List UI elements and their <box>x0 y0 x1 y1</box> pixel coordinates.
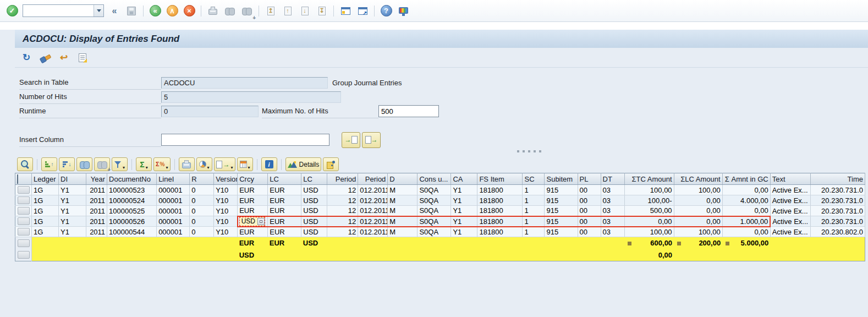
cell-lc[interactable]: EUR <box>268 216 301 227</box>
cell-di[interactable]: Y1 <box>59 195 86 206</box>
cell-subitem[interactable]: 915 <box>545 185 578 195</box>
cell-period2[interactable]: 012.2011 <box>358 195 388 206</box>
cell-text[interactable]: Active Ex... <box>770 185 810 195</box>
cell-dt[interactable]: 03 <box>601 195 624 206</box>
row-select-button[interactable] <box>18 239 30 247</box>
cell-lc[interactable]: EUR <box>268 195 301 206</box>
col-header-time[interactable]: Time <box>810 173 865 185</box>
col-header-period2[interactable]: Period <box>358 173 388 185</box>
cell-lc_amount[interactable]: 0,00 <box>674 195 722 206</box>
cell-dt[interactable]: 03 <box>601 216 624 227</box>
sum-icon[interactable] <box>628 242 631 245</box>
previous-page-button[interactable]: ↑ <box>280 3 295 19</box>
cell-ledger[interactable]: 1G <box>32 206 59 216</box>
col-header-lc2[interactable]: LC <box>301 173 327 185</box>
cell-crcy[interactable]: EUR <box>238 185 268 195</box>
cell-d[interactable]: M <box>388 227 417 237</box>
cell-sc[interactable]: 1 <box>523 227 545 237</box>
col-header-lc[interactable]: LC <box>268 173 301 185</box>
row-select-button[interactable] <box>18 217 30 225</box>
cell-lc2[interactable]: USD <box>301 185 327 195</box>
cell-text[interactable]: Active Ex... <box>770 227 810 237</box>
col-header-d[interactable]: D <box>388 173 417 185</box>
cell-year[interactable]: 2011 <box>86 227 107 237</box>
find-in-list-button[interactable] <box>76 157 92 171</box>
cell-lc_amount[interactable]: 100,00 <box>674 185 722 195</box>
cell-crcy[interactable]: EUR <box>238 227 268 237</box>
insert-column-before-button[interactable]: → <box>342 132 360 148</box>
cell-period[interactable]: 12 <box>327 195 358 206</box>
cell-lc[interactable]: EUR <box>268 185 301 195</box>
cell-subitem[interactable]: 915 <box>545 206 578 216</box>
cell-lc[interactable]: EUR <box>268 206 301 216</box>
cell-sc[interactable]: 1 <box>523 206 545 216</box>
cell-ledger[interactable]: 1G <box>32 195 59 206</box>
cell-d[interactable]: M <box>388 185 417 195</box>
cell-version[interactable]: Y10 <box>214 206 238 216</box>
cell-fsitem[interactable]: 181800 <box>477 216 523 227</box>
cell-period[interactable]: 12 <box>327 185 358 195</box>
graphic-button[interactable] <box>323 157 339 171</box>
col-header-text[interactable]: Text <box>770 173 810 185</box>
display-list-button[interactable] <box>75 51 90 65</box>
save-button[interactable] <box>124 3 139 19</box>
cell-version[interactable]: Y10 <box>214 195 238 206</box>
print-button[interactable] <box>205 3 221 19</box>
cell-crcy[interactable]: USD <box>238 216 268 227</box>
cell-tc_amount[interactable]: 0,00 <box>624 216 674 227</box>
cell-linei[interactable]: 000001 <box>157 185 190 195</box>
command-field[interactable] <box>23 4 104 17</box>
cell-pl[interactable]: 00 <box>578 227 601 237</box>
find-next-in-list-button[interactable]: + <box>94 157 110 171</box>
col-header-consu[interactable]: Cons u... <box>417 173 451 185</box>
col-header-year[interactable]: Year <box>86 173 107 185</box>
cell-ca[interactable]: Y1 <box>451 185 477 195</box>
col-header-pl[interactable]: PL <box>578 173 601 185</box>
cell-sc[interactable]: 1 <box>523 195 545 206</box>
cell-time[interactable]: 20.230.802.0 <box>810 227 865 237</box>
find-button[interactable] <box>222 3 238 19</box>
cell-period[interactable]: 12 <box>327 227 358 237</box>
cell-ca[interactable]: Y1 <box>451 227 477 237</box>
cell-lc[interactable]: EUR <box>268 227 301 237</box>
col-header-documentno[interactable]: DocumentNo <box>107 173 157 185</box>
col-header-version[interactable]: Version <box>214 173 238 185</box>
cell-fsitem[interactable]: 181800 <box>477 185 523 195</box>
cell-text[interactable]: Active Ex... <box>770 195 810 206</box>
cell-period[interactable]: 12 <box>327 216 358 227</box>
cell-consu[interactable]: S0QA <box>417 216 451 227</box>
cell-sel[interactable] <box>15 216 32 227</box>
cell-tc_amount[interactable]: 100,00 <box>624 185 674 195</box>
cell-subitem[interactable]: 915 <box>545 227 578 237</box>
cell-pl[interactable]: 00 <box>578 206 601 216</box>
sum-button[interactable]: Σ▾ <box>136 157 152 171</box>
cell-lc_amount[interactable]: 100,00 <box>674 227 722 237</box>
col-header-sc[interactable]: SC <box>523 173 545 185</box>
cell-amnt_gc[interactable]: 4.000,00 <box>722 195 770 206</box>
settings-button[interactable] <box>38 51 52 65</box>
first-page-button[interactable]: ↥ <box>263 3 278 19</box>
cell-version[interactable]: Y10 <box>214 227 238 237</box>
filter-button[interactable]: ▾ <box>112 157 128 171</box>
row-select-button[interactable] <box>18 186 30 194</box>
cell-amnt_gc[interactable]: 0,00 <box>722 206 770 216</box>
cell-consu[interactable]: S0QA <box>417 227 451 237</box>
info-button[interactable]: i <box>261 157 277 171</box>
print-list-button[interactable] <box>179 157 195 171</box>
command-input[interactable] <box>23 6 94 16</box>
cell-di[interactable]: Y1 <box>59 227 86 237</box>
cell-ledger[interactable]: 1G <box>32 185 59 195</box>
max-hits-input[interactable] <box>378 105 439 117</box>
sum-icon[interactable] <box>677 242 681 245</box>
cell-lc2[interactable]: USD <box>301 195 327 206</box>
cell-tc_amount[interactable]: 100,00 <box>624 227 674 237</box>
cell-documentno[interactable]: 100000526 <box>107 216 157 227</box>
cell-pl[interactable]: 00 <box>578 216 601 227</box>
cell-fsitem[interactable]: 181800 <box>477 227 523 237</box>
cell-subitem[interactable]: 915 <box>545 216 578 227</box>
cell-sc[interactable]: 1 <box>523 185 545 195</box>
col-header-linei[interactable]: LineI <box>157 173 190 185</box>
col-header-ca[interactable]: CA <box>451 173 477 185</box>
subtotal-button[interactable]: Σ%▾ <box>153 157 171 171</box>
cell-fsitem[interactable]: 181800 <box>477 195 523 206</box>
